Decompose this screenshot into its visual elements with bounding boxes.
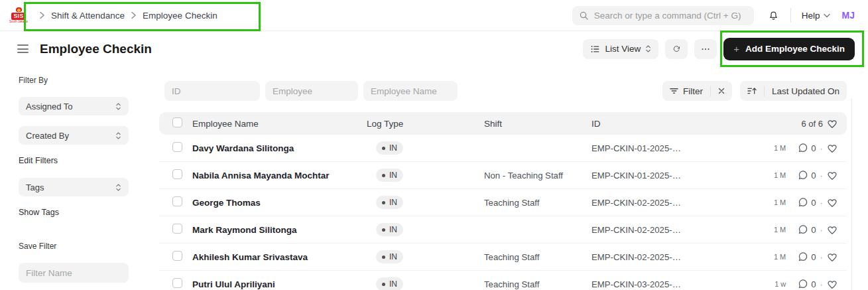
row-employee-name[interactable]: Davy Wardana Silitonga [192, 143, 367, 153]
search-input[interactable] [594, 11, 747, 21]
row-like-heart-icon[interactable] [827, 143, 837, 153]
refresh-icon [672, 44, 680, 54]
comment-icon [798, 279, 808, 289]
show-tags-link[interactable]: Show Tags [19, 208, 59, 217]
table-header-row: Employee Name Log Type Shift ID 6 of 6 [159, 112, 847, 135]
sort-field-button[interactable]: Last Updated On [765, 81, 847, 101]
navbar-right: Help MJ [572, 6, 855, 25]
row-checkbox[interactable] [172, 278, 182, 288]
filter-button-group: Filter [662, 81, 732, 101]
log-type-badge: IN [376, 223, 403, 236]
row-employee-name[interactable]: Akhilesh Kumar Srivastava [192, 252, 367, 262]
log-type-text: IN [389, 252, 397, 261]
badge-dot-icon [382, 255, 385, 259]
sort-direction-button[interactable] [740, 81, 764, 101]
row-comments[interactable]: 0 [798, 143, 816, 153]
row-employee-name[interactable]: Putri Ulul Apriliyani [192, 279, 367, 289]
user-avatar-initials[interactable]: MJ [842, 10, 855, 21]
updown-icon [115, 183, 121, 192]
row-checkbox[interactable] [172, 169, 182, 179]
row-like-heart-icon[interactable] [827, 198, 837, 208]
row-employee-name[interactable]: George Thomas [192, 198, 367, 208]
row-id[interactable]: EMP-CKIN-02-2025-… [591, 225, 733, 235]
favorites-filter-heart-icon[interactable] [827, 119, 837, 129]
row-id[interactable]: EMP-CKIN-01-2025-… [591, 143, 733, 153]
row-id[interactable]: EMP-CKIN-03-2025-… [591, 279, 733, 289]
row-checkbox[interactable] [172, 251, 182, 261]
assigned-to-dropdown[interactable]: Assigned To [19, 97, 129, 115]
breadcrumb-item-shift-attendance[interactable]: Shift & Attendance [51, 11, 125, 21]
row-comments[interactable]: 0 [798, 224, 816, 235]
row-comments[interactable]: 0 [798, 252, 816, 262]
app-logo[interactable]: SIS South Jakarta [9, 7, 28, 23]
row-id[interactable]: EMP-CKIN-01-2025-… [591, 171, 733, 181]
row-last-modified: 1 M [774, 144, 786, 152]
row-like-heart-icon[interactable] [827, 225, 837, 235]
row-like-heart-icon[interactable] [827, 171, 837, 181]
row-comments[interactable]: 0 [798, 170, 816, 181]
comment-count: 0 [811, 143, 816, 153]
page-title: Employee Checkin [40, 42, 152, 56]
global-search[interactable] [572, 6, 754, 25]
comment-icon [798, 170, 808, 181]
updown-icon [115, 131, 121, 140]
employee-filter-input[interactable] [265, 81, 358, 101]
log-type-text: IN [389, 143, 397, 153]
row-checkbox[interactable] [172, 196, 182, 206]
comment-icon [798, 252, 808, 262]
row-employee-name[interactable]: Mark Raymond Silitonga [192, 225, 367, 235]
view-switcher-button[interactable]: List View [583, 39, 658, 59]
row-id[interactable]: EMP-CKIN-02-2025-… [591, 252, 733, 262]
row-checkbox[interactable] [172, 142, 182, 152]
table-row[interactable]: Akhilesh Kumar Srivastava IN Teaching St… [159, 244, 847, 271]
comment-count: 0 [811, 225, 816, 235]
dot-separator: · [820, 225, 823, 235]
notifications-bell-icon[interactable] [767, 9, 780, 22]
view-switcher-label: List View [605, 44, 641, 54]
table-row[interactable]: Putri Ulul Apriliyani IN Teaching Staff … [159, 271, 847, 290]
created-by-dropdown[interactable]: Created By [19, 126, 129, 145]
updown-icon [645, 44, 651, 53]
navbar: SIS South Jakarta Shift & Attendance Emp… [0, 0, 868, 31]
created-by-label: Created By [26, 131, 69, 141]
clear-filter-button[interactable] [711, 81, 732, 101]
row-employee-name[interactable]: Nabila Annisa Mayanda Mochtar [192, 171, 367, 181]
row-like-heart-icon[interactable] [827, 279, 837, 289]
employee-name-filter-input[interactable] [363, 81, 458, 101]
assigned-to-label: Assigned To [26, 102, 73, 111]
comment-icon [798, 143, 808, 153]
tags-dropdown[interactable]: Tags [19, 178, 129, 196]
row-like-heart-icon[interactable] [827, 252, 837, 262]
select-all-checkbox[interactable] [172, 117, 182, 127]
chevron-right-icon [131, 11, 137, 19]
row-id[interactable]: EMP-CKIN-02-2025-… [591, 198, 733, 208]
row-checkbox[interactable] [172, 224, 182, 234]
edit-filters-link[interactable]: Edit Filters [19, 156, 58, 165]
refresh-button[interactable] [665, 39, 688, 59]
filter-name-input[interactable] [19, 263, 129, 283]
row-comments[interactable]: 0 [798, 197, 816, 208]
updown-icon [115, 102, 121, 111]
filter-button[interactable]: Filter [662, 81, 710, 101]
id-filter-input[interactable] [164, 81, 260, 101]
table-row[interactable]: Nabila Annisa Mayanda Mochtar IN Non - T… [159, 162, 847, 189]
navbar-divider [790, 8, 791, 23]
scroll-track-line [851, 98, 852, 290]
sidebar-toggle-menu-icon[interactable] [17, 44, 29, 53]
table-row[interactable]: Mark Raymond Silitonga IN EMP-CKIN-02-20… [159, 216, 847, 244]
table-row[interactable]: Davy Wardana Silitonga IN EMP-CKIN-01-20… [159, 135, 847, 162]
more-options-button[interactable] [694, 39, 717, 59]
log-type-badge: IN [376, 141, 403, 155]
help-menu[interactable]: Help [802, 11, 830, 21]
page-body: Filter By Assigned To Created By Edit Fi… [0, 66, 868, 290]
logo-text: SIS [11, 13, 25, 20]
column-shift: Shift [484, 119, 591, 129]
breadcrumb-item-employee-checkin[interactable]: Employee Checkin [143, 11, 217, 21]
table-row[interactable]: George Thomas IN Teaching Staff EMP-CKIN… [159, 189, 847, 216]
more-options-icon [702, 48, 710, 50]
add-employee-checkin-button[interactable]: + Add Employee Checkin [723, 38, 855, 60]
row-comments[interactable]: 0 [798, 279, 816, 289]
comment-count: 0 [811, 171, 816, 181]
standard-filter-bar: Filter Last Updated On [159, 81, 847, 101]
dot-separator: · [820, 171, 823, 181]
